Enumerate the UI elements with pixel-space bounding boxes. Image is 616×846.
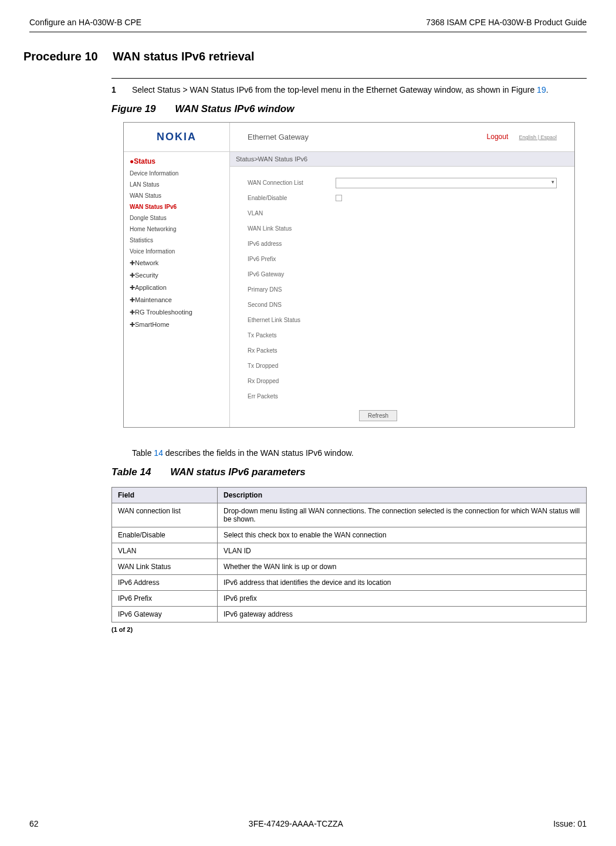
label-vlan: VLAN [248,210,336,216]
sidebar-item-voice-info[interactable]: Voice Information [124,246,229,257]
wan-conn-dropdown[interactable] [336,178,557,188]
table-intro-a: Table [132,448,154,458]
sidebar-item-rg-troubleshooting[interactable]: ✚RG Troubleshooting [124,306,229,319]
nokia-logo: NOKIA [124,123,229,151]
language-links[interactable]: English | Espaol [519,134,557,140]
sidebar-item-home-networking[interactable]: Home Networking [124,224,229,235]
screenshot-body: ●Status Device Information LAN Status WA… [124,152,574,427]
enable-disable-checkbox[interactable] [336,195,342,201]
label-err-packets: Err Packets [248,393,336,400]
cell-desc: IPv6 address that identifies the device … [218,574,587,590]
footer-issue: Issue: 01 [553,819,587,828]
label-eth-link-status: Ethernet Link Status [248,317,336,323]
procedure-heading: Procedure 10 WAN status IPv6 retrieval [23,50,587,63]
sidebar-item-smarthome[interactable]: ✚SmartHome [124,319,229,331]
table-header-row: Field Description [112,487,587,503]
table-row: Enable/DisableSelect this check box to e… [112,527,587,543]
top-right-links: Logout English | Espaol [487,133,557,141]
cell-desc: IPv6 prefix [218,590,587,606]
label-rx-packets: Rx Packets [248,347,336,354]
gateway-title: Ethernet Gateway [248,133,309,141]
table-intro-text: Table 14 describes the fields in the WAN… [132,448,587,458]
procedure-title-text: WAN status IPv6 retrieval [113,50,254,63]
cell-field: VLAN [112,543,218,559]
sidebar-item-network[interactable]: ✚Network [124,257,229,269]
logout-link[interactable]: Logout [487,133,509,141]
field-err-packets: Err Packets [248,389,557,404]
sidebar-item-statistics[interactable]: Statistics [124,235,229,246]
label-ipv6-gateway: IPv6 Gateway [248,271,336,278]
table-intro-b: describes the fields in the WAN status I… [163,448,354,458]
field-ipv6-address: IPv6 address [248,236,557,252]
label-ipv6-prefix: IPv6 Prefix [248,256,336,262]
cell-field: WAN connection list [112,503,218,527]
table-row: WAN Link StatusWhether the WAN link is u… [112,559,587,574]
label-tx-dropped: Tx Dropped [248,363,336,369]
field-primary-dns: Primary DNS [248,282,557,297]
screenshot-top-bar: NOKIA Ethernet Gateway Logout English | … [124,123,574,152]
sidebar-item-wan-status[interactable]: WAN Status [124,190,229,201]
sidebar-item-device-info[interactable]: Device Information [124,168,229,179]
footer-doc-id: 3FE-47429-AAAA-TCZZA [249,819,343,828]
cell-desc: Drop-down menu listing all WAN connectio… [218,503,587,527]
label-wan-conn-list: WAN Connection List [248,180,336,186]
label-primary-dns: Primary DNS [248,286,336,293]
wan-status-ipv6-screenshot: NOKIA Ethernet Gateway Logout English | … [123,122,575,428]
label-wan-link-status: WAN Link Status [248,225,336,232]
figure-heading: Figure 19 WAN Status IPv6 window [111,103,587,115]
step-text-b: . [546,85,549,94]
table-row: IPv6 PrefixIPv6 prefix [112,590,587,606]
table-row: VLANVLAN ID [112,543,587,559]
table-ref-link[interactable]: 14 [154,448,163,458]
cell-field: IPv6 Prefix [112,590,218,606]
step-divider [111,78,587,79]
field-wan-link-status: WAN Link Status [248,221,557,236]
screenshot-top-right: Ethernet Gateway Logout English | Espaol [229,123,574,151]
sidebar-item-security[interactable]: ✚Security [124,269,229,282]
table-title-text: WAN status IPv6 parameters [170,466,306,478]
sidebar-item-dongle-status[interactable]: Dongle Status [124,212,229,224]
field-wan-connection-list: WAN Connection List [248,175,557,191]
table-page-note: (1 of 2) [111,626,587,633]
step-text: Select Status > WAN Status IPv6 from the… [132,84,549,96]
figure-label: Figure 19 [111,103,156,114]
wan-status-ipv6-params-table: Field Description WAN connection listDro… [111,487,587,622]
figure-ref-link[interactable]: 19 [537,85,546,94]
step-1: 1 Select Status > WAN Status IPv6 from t… [111,84,587,96]
label-second-dns: Second DNS [248,302,336,308]
th-field: Field [112,487,218,503]
cell-desc: VLAN ID [218,543,587,559]
sidebar-item-maintenance[interactable]: ✚Maintenance [124,294,229,306]
breadcrumb: Status>WAN Status IPv6 [230,152,574,167]
field-enable-disable: Enable/Disable [248,191,557,206]
header-right: 7368 ISAM CPE HA-030W-B Product Guide [426,18,587,27]
table-heading: Table 14 WAN status IPv6 parameters [111,466,587,478]
sidebar-item-wan-status-ipv6[interactable]: WAN Status IPv6 [124,201,229,212]
step-text-a: Select Status > WAN Status IPv6 from the… [132,85,537,94]
table-row: IPv6 GatewayIPv6 gateway address [112,606,587,622]
field-tx-dropped: Tx Dropped [248,358,557,374]
sidebar-status-heading[interactable]: ●Status [124,155,229,168]
cell-desc: Select this check box to enable the WAN … [218,527,587,543]
cell-desc: Whether the WAN link is up or down [218,559,587,574]
field-tx-packets: Tx Packets [248,328,557,343]
sidebar-item-application[interactable]: ✚Application [124,282,229,294]
figure-title-text: WAN Status IPv6 window [175,103,294,114]
header-left: Configure an HA-030W-B CPE [29,18,141,27]
field-rx-dropped: Rx Dropped [248,374,557,389]
header-divider [29,32,587,32]
page-header: Configure an HA-030W-B CPE 7368 ISAM CPE… [29,18,587,27]
field-ipv6-prefix: IPv6 Prefix [248,252,557,267]
field-second-dns: Second DNS [248,297,557,313]
procedure-label: Procedure 10 [23,50,98,63]
footer-page-number: 62 [29,819,39,828]
refresh-button[interactable]: Refresh [359,410,397,421]
cell-desc: IPv6 gateway address [218,606,587,622]
sidebar-item-lan-status[interactable]: LAN Status [124,179,229,190]
field-rx-packets: Rx Packets [248,343,557,358]
field-vlan: VLAN [248,206,557,221]
label-tx-packets: Tx Packets [248,332,336,339]
page-footer: 62 3FE-47429-AAAA-TCZZA Issue: 01 [29,819,587,828]
cell-field: WAN Link Status [112,559,218,574]
label-rx-dropped: Rx Dropped [248,378,336,384]
